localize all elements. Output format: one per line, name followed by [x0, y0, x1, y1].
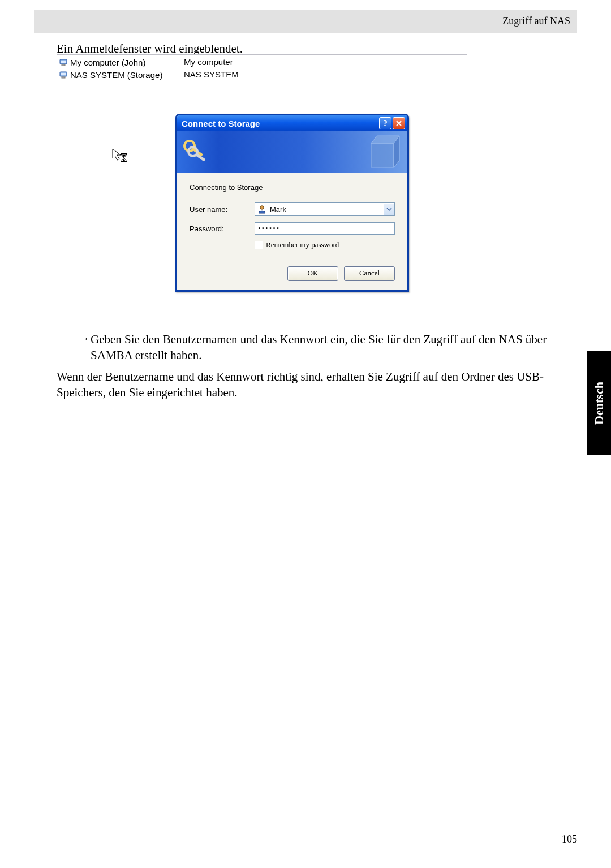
- language-tab: Deutsch: [587, 351, 611, 455]
- dialog-banner: [177, 131, 407, 173]
- instruction-paragraph-2: Wenn der Benutzername und das Kennwort r…: [57, 369, 552, 401]
- tree-item-nas[interactable]: NAS SYSTEM (Storage): [58, 68, 182, 81]
- dialog-titlebar[interactable]: Connect to Storage ?: [177, 115, 407, 131]
- page-header-bar: Zugriff auf NAS: [34, 10, 577, 33]
- computer-icon: [59, 58, 68, 67]
- connect-dialog: Connect to Storage ?: [175, 114, 409, 292]
- page-number: 105: [562, 834, 577, 845]
- password-input[interactable]: [255, 222, 395, 235]
- dialog-title: Connect to Storage: [182, 119, 378, 128]
- connecting-text: Connecting to Storage: [190, 183, 395, 192]
- arrow-bullet: →: [78, 331, 90, 346]
- detail-my-computer: My computer: [184, 56, 239, 68]
- svg-point-16: [260, 206, 264, 209]
- ok-button[interactable]: OK: [287, 266, 338, 281]
- tree-item-label: My computer (John): [70, 58, 145, 67]
- network-tree: My computer (John) NAS SYSTEM (Storage): [58, 56, 182, 81]
- details-column: My computer NAS SYSTEM: [184, 56, 239, 81]
- chevron-down-icon[interactable]: [384, 204, 394, 215]
- remember-checkbox[interactable]: [255, 241, 263, 249]
- instruction-paragraph-1: Geben Sie den Benutzernamen und das Kenn…: [91, 331, 552, 364]
- username-label: User name:: [190, 205, 255, 214]
- dialog-body: Connecting to Storage User name: Mark: [177, 173, 407, 290]
- user-icon: [257, 205, 266, 214]
- manual-page: Zugriff auf NAS Ein Anmeldefenster wird …: [0, 0, 611, 868]
- password-label: Password:: [190, 224, 255, 233]
- keys-icon: [180, 136, 212, 167]
- remember-label: Remember my password: [266, 240, 339, 249]
- username-combo[interactable]: Mark: [255, 202, 395, 216]
- svg-rect-4: [61, 73, 66, 75]
- cancel-button[interactable]: Cancel: [344, 266, 395, 281]
- svg-rect-5: [62, 77, 65, 78]
- close-button[interactable]: [393, 117, 405, 129]
- svg-marker-14: [371, 144, 394, 167]
- detail-nas: NAS SYSTEM: [184, 68, 239, 81]
- busy-cursor-icon: [111, 148, 128, 165]
- help-button[interactable]: ?: [379, 117, 391, 129]
- svg-rect-2: [62, 64, 65, 66]
- tree-item-label: NAS SYSTEM (Storage): [70, 70, 162, 80]
- svg-rect-1: [61, 61, 66, 63]
- page-header-title: Zugriff auf NAS: [502, 15, 570, 27]
- screenshot-area: My computer (John) NAS SYSTEM (Storage) …: [57, 54, 467, 319]
- svg-marker-6: [113, 149, 121, 160]
- server-art-icon: [367, 133, 404, 171]
- language-label: Deutsch: [592, 382, 606, 425]
- username-value: Mark: [270, 205, 384, 214]
- tree-item-my-computer[interactable]: My computer (John): [58, 56, 182, 68]
- computer-icon: [59, 70, 68, 79]
